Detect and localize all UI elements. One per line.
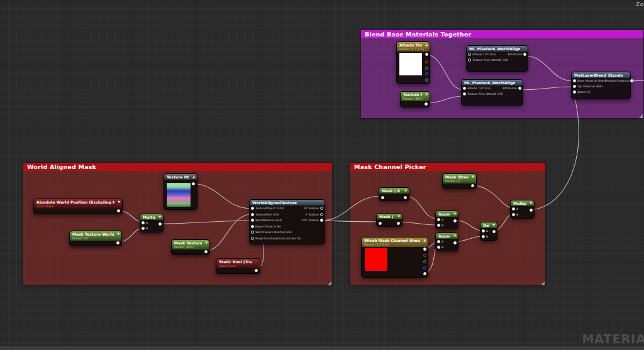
input-pin-a[interactable] (512, 207, 515, 211)
output-pin-rgba[interactable] (425, 53, 428, 56)
collapse-arrow-icon[interactable]: ▼ (453, 234, 456, 238)
node-worldalignedtexture[interactable]: WorldAlignedTexture TextureObject (T2d) … (249, 199, 325, 244)
collapse-arrow-icon[interactable]: ▲ (425, 43, 428, 46)
pin-label: Alpha (S) (577, 90, 591, 94)
output-pin[interactable] (404, 196, 407, 199)
pin-label: A (146, 221, 148, 224)
output-pin-xyz-texture[interactable] (320, 219, 323, 222)
output-pin[interactable] (255, 269, 258, 272)
output-pin-g[interactable] (425, 67, 428, 70)
collapse-arrow-icon[interactable]: ▲ (423, 238, 426, 242)
output-pin[interactable] (471, 184, 474, 187)
pin-label: B (516, 213, 518, 216)
node-mask-texture-world-offset[interactable]: Mask Texture World Offset Param (0) ▼ (69, 231, 122, 246)
color-swatch-red[interactable] (364, 248, 388, 271)
output-pin-b[interactable] (423, 266, 426, 270)
input-pin-b[interactable] (142, 227, 145, 230)
output-pin[interactable] (397, 222, 400, 225)
input-pin-b[interactable] (482, 235, 485, 238)
output-pin[interactable] (453, 219, 457, 222)
node-ml-plastera-worldaligned-b2[interactable]: ML_PlasterA_WorldAligned_B2 Albedo Tint … (461, 79, 523, 106)
output-pin-r[interactable] (425, 60, 428, 63)
collapse-arrow-icon[interactable]: ▼ (118, 200, 120, 204)
input-pin[interactable] (381, 196, 384, 199)
input-pin-top-material[interactable] (573, 85, 576, 88)
collapse-arrow-icon[interactable]: ▼ (205, 241, 208, 244)
output-pin-a[interactable] (423, 272, 426, 275)
input-pin-export-float4[interactable] (251, 225, 254, 228)
output-pin-a[interactable] (425, 79, 428, 82)
input-pin-projection-transition-contrast[interactable] (251, 237, 254, 240)
node-multiply-mask[interactable]: Multiply ▼ A B (510, 200, 535, 219)
collapse-arrow-icon[interactable]: ▼ (117, 232, 119, 236)
output-pin[interactable] (117, 209, 120, 212)
node-mask-a[interactable]: Mask ( A ) ▼ (376, 213, 402, 227)
output-pin[interactable] (453, 241, 457, 244)
node-mask-strength[interactable]: Mask Strength Param (1) ▼ (442, 173, 477, 189)
collapse-arrow-icon[interactable]: ▼ (425, 92, 428, 96)
input-pin[interactable] (468, 53, 471, 56)
texture-preview[interactable] (166, 182, 191, 207)
output-pin-xy-texture[interactable] (320, 207, 323, 210)
output-pin[interactable] (492, 230, 496, 233)
horizontal-scrollbar[interactable] (0, 346, 644, 350)
output-pin-attributes[interactable] (523, 53, 526, 56)
collapse-arrow-icon[interactable]: ▲ (192, 175, 195, 178)
output-pin-attributes[interactable] (518, 87, 521, 90)
input-pin-b[interactable] (512, 213, 515, 216)
input-pin-b[interactable] (437, 224, 440, 227)
node-multiply-world-position[interactable]: Multiply ▼ A B (140, 214, 164, 232)
node-absolute-world-position[interactable]: Absolute World Position (Excluding Mater… (33, 199, 123, 214)
collapse-arrow-icon[interactable]: ▼ (453, 212, 456, 216)
node-which-mask-channel[interactable]: Which Mask Channel Should Be Used? Param… (361, 237, 428, 278)
input-pin-textureobject[interactable] (251, 207, 254, 210)
output-pin[interactable] (204, 250, 208, 253)
node-ml-plastera-worldaligned-b1[interactable]: ML_PlasterA_WorldAligned_B1 Albedo Tint … (466, 45, 528, 72)
output-pin[interactable] (158, 222, 162, 226)
input-pin-a[interactable] (142, 221, 145, 224)
collapse-arrow-icon[interactable]: ▼ (492, 223, 495, 227)
material-graph-canvas[interactable]: Zoom MATERIAL Blend Base Materials Toget… (0, 0, 644, 350)
output-pin[interactable] (425, 102, 428, 106)
node-texture-size[interactable]: Texture Size Param (400) ▼ (400, 91, 430, 107)
output-pin-g[interactable] (423, 260, 426, 263)
input-pin-worldposition[interactable] (251, 219, 254, 222)
input-pin-a[interactable] (437, 218, 440, 221)
collapse-arrow-icon[interactable]: ▼ (397, 214, 400, 218)
input-pin-a[interactable] (482, 229, 485, 232)
input-pin-a[interactable] (437, 240, 440, 243)
input-pin[interactable] (379, 222, 382, 225)
node-dot[interactable]: Dot ▼ A B (480, 222, 497, 241)
node-texture-object[interactable]: Texture Object ▲ (164, 173, 197, 210)
output-pin-b[interactable] (425, 72, 428, 75)
output-pin[interactable] (192, 182, 195, 185)
input-pin-alpha[interactable] (573, 90, 576, 94)
color-swatch-white[interactable] (399, 52, 423, 76)
output-pin[interactable] (116, 241, 119, 244)
input-pin-texturesize[interactable] (251, 213, 254, 216)
node-mask-texture-size[interactable]: Mask Texture Size Param (400) ▼ (171, 239, 210, 255)
input-pin-base-material[interactable] (573, 79, 576, 82)
collapse-arrow-icon[interactable]: ▼ (530, 201, 532, 205)
pin-label: Texture Size (World) (V3) (467, 92, 503, 96)
input-pin-b[interactable] (437, 246, 440, 249)
input-pin[interactable] (463, 92, 466, 96)
node-static-bool-true[interactable]: Static Bool (True) Input Data (216, 258, 260, 274)
output-pin-blended-material[interactable] (630, 79, 633, 82)
node-matlayerblend-standard[interactable]: MatLayerBlend_Standard Base Material (MA… (571, 72, 631, 99)
node-albedo-tint-2[interactable]: Albedo Tint 2 Param (1,1,1,1) ▲ (396, 41, 430, 84)
node-append-2[interactable]: Append ▼ A B (435, 232, 458, 251)
input-pin[interactable] (468, 58, 471, 62)
pin-label: B (146, 227, 148, 230)
node-mask-rgb[interactable]: Mask ( R G B ) ▼ (379, 187, 409, 201)
input-pin[interactable] (463, 87, 466, 90)
collapse-arrow-icon[interactable]: ▼ (404, 189, 407, 192)
output-pin-rgba[interactable] (423, 248, 426, 251)
collapse-arrow-icon[interactable]: ▼ (158, 215, 161, 219)
output-pin-z-texture[interactable] (320, 213, 323, 216)
collapse-arrow-icon[interactable]: ▼ (472, 175, 474, 178)
output-pin-r[interactable] (423, 254, 426, 257)
input-pin-world-space-normal[interactable] (251, 231, 254, 234)
node-append-1[interactable]: Append ▼ A B (435, 211, 458, 229)
output-pin[interactable] (530, 209, 533, 212)
